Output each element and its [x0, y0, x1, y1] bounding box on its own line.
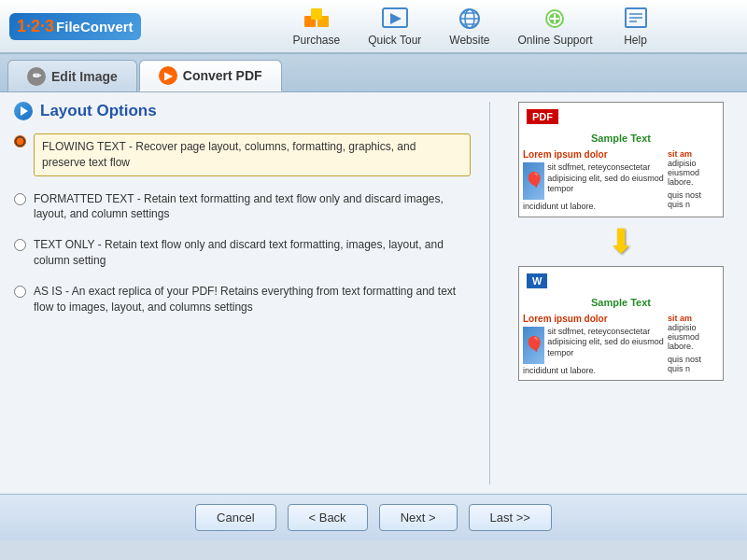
pdf-lorem: Lorem ipsum dolor: [523, 149, 664, 160]
pdf-body-text: sit sdfmet, reteyconsectetar adipisicing…: [547, 162, 664, 200]
word-balloon-image: 🎈: [523, 327, 544, 364]
pdf-left-col: Lorem ipsum dolor 🎈 sit sdfmet, reteycon…: [523, 149, 664, 213]
website-icon: [455, 6, 485, 32]
pdf-right-col: sit am adipisio eiusmod labore. quis nos…: [668, 149, 719, 213]
logo-area: 1·2·3 FileConvert: [9, 13, 205, 40]
quick-tour-label: Quick Tour: [368, 34, 421, 47]
convert-pdf-tab-label: Convert PDF: [183, 68, 262, 83]
word-right-col: sit am adipisio eiusmod labore. quis nos…: [668, 314, 719, 377]
conversion-arrow: ⬇: [607, 225, 635, 259]
tab-convert-pdf[interactable]: ▶ Convert PDF: [139, 60, 282, 91]
radio-text-only[interactable]: [14, 239, 26, 254]
word-footer-left: incididunt ut labore.: [523, 366, 664, 377]
main-content: Layout Options FLOWING TEXT - Recover pa…: [0, 92, 747, 494]
pdf-preview-body: Lorem ipsum dolor 🎈 sit sdfmet, reteycon…: [519, 146, 723, 217]
logo-name: FileConvert: [56, 19, 134, 35]
logo: 1·2·3 FileConvert: [9, 13, 141, 40]
nav-purchase[interactable]: Purchase: [292, 6, 340, 47]
purchase-label: Purchase: [292, 34, 340, 47]
word-sample-title: Sample Text: [519, 295, 723, 310]
online-support-label: Online Support: [517, 34, 592, 47]
help-icon: [621, 6, 651, 32]
header: 1·2·3 FileConvert Purchase Quick Tour: [0, 0, 747, 54]
section-play-icon: [14, 102, 33, 120]
pdf-col2-title: sit am: [668, 149, 719, 159]
svg-marker-4: [390, 13, 402, 24]
word-col2-title: sit am: [668, 314, 719, 323]
word-body-right: adipisio eiusmod labore.: [668, 323, 719, 351]
option-formatted-text: FORMATTED TEXT - Retain text formatting …: [34, 191, 471, 223]
option-as-is[interactable]: AS IS - An exact replica of your PDF! Re…: [14, 284, 471, 315]
radio-flowing[interactable]: [14, 135, 26, 150]
edit-image-tab-label: Edit Image: [51, 69, 118, 84]
logo-numbers: 1·2·3: [17, 17, 54, 36]
next-button[interactable]: Next >: [379, 504, 458, 531]
tab-edit-image[interactable]: ✏ Edit Image: [7, 60, 137, 91]
last-button[interactable]: Last >>: [469, 504, 552, 531]
website-label: Website: [449, 34, 489, 47]
help-label: Help: [624, 34, 647, 47]
nav-quick-tour[interactable]: Quick Tour: [368, 6, 421, 47]
word-left-col: Lorem ipsum dolor 🎈 sit sdfmet, reteycon…: [523, 314, 664, 377]
option-text-only[interactable]: TEXT ONLY - Retain text flow only and di…: [14, 237, 471, 269]
option-flowing[interactable]: FLOWING TEXT - Recover page layout, colu…: [14, 133, 471, 176]
svg-rect-2: [311, 8, 322, 20]
radio-as-is[interactable]: [14, 286, 26, 301]
pdf-sample-title: Sample Text: [519, 131, 723, 146]
word-preview-body: Lorem ipsum dolor 🎈 sit sdfmet, reteycon…: [519, 310, 723, 381]
tab-bar: ✏ Edit Image ▶ Convert PDF: [0, 54, 747, 92]
section-title: Layout Options: [40, 102, 157, 120]
cancel-button[interactable]: Cancel: [195, 504, 275, 531]
nav-website[interactable]: Website: [449, 6, 489, 47]
options-list: FLOWING TEXT - Recover page layout, colu…: [14, 133, 471, 315]
option-as-is-text: AS IS - An exact replica of your PDF! Re…: [34, 284, 471, 315]
word-footer-right: quis nost quis n: [668, 355, 719, 373]
purchase-icon: [302, 6, 331, 32]
pdf-body-right: adipisio eiusmod labore.: [668, 159, 719, 187]
radio-formatted[interactable]: [14, 193, 26, 208]
online-support-icon: [540, 6, 570, 32]
option-text-only-text: TEXT ONLY - Retain text flow only and di…: [34, 237, 471, 269]
pdf-preview: PDF Sample Text Lorem ipsum dolor 🎈 sit …: [518, 102, 724, 217]
nav-bar: Purchase Quick Tour Website: [205, 6, 738, 47]
pdf-footer-right: quis nost quis n: [668, 190, 719, 209]
section-header: Layout Options: [14, 102, 471, 120]
back-button[interactable]: < Back: [288, 504, 368, 531]
nav-help[interactable]: Help: [621, 6, 651, 47]
pdf-label: PDF: [527, 109, 558, 124]
pdf-footer-left: incididunt ut labore.: [523, 202, 664, 213]
word-label: W: [527, 273, 547, 288]
convert-pdf-tab-icon: ▶: [159, 66, 177, 85]
left-panel: Layout Options FLOWING TEXT - Recover pa…: [14, 102, 471, 484]
word-body-text: sit sdfmet, reteyconsectetar adipisicing…: [547, 327, 664, 364]
option-formatted[interactable]: FORMATTED TEXT - Retain text formatting …: [14, 191, 471, 223]
edit-image-tab-icon: ✏: [27, 67, 46, 86]
pdf-balloon-image: 🎈: [523, 162, 544, 200]
word-preview: W Sample Text Lorem ipsum dolor 🎈 sit sd…: [518, 266, 724, 382]
nav-online-support[interactable]: Online Support: [517, 6, 592, 47]
bottom-bar: Cancel < Back Next > Last >>: [0, 494, 747, 540]
word-lorem: Lorem ipsum dolor: [523, 314, 664, 324]
panel-divider: [489, 102, 490, 484]
option-flowing-text: FLOWING TEXT - Recover page layout, colu…: [34, 133, 471, 176]
right-panel: PDF Sample Text Lorem ipsum dolor 🎈 sit …: [509, 102, 733, 484]
quick-tour-icon: [380, 6, 410, 32]
